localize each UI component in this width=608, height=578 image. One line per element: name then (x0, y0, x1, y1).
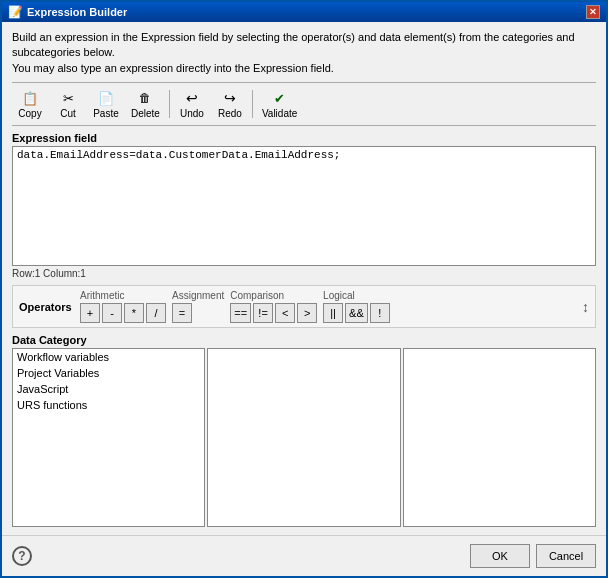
validate-button[interactable]: Validate (257, 86, 302, 122)
data-item-workflow[interactable]: Workflow variables (13, 349, 204, 365)
op-less[interactable]: < (275, 303, 295, 323)
delete-icon (136, 89, 154, 107)
data-item-javascript[interactable]: JavaScript (13, 381, 204, 397)
op-or[interactable]: || (323, 303, 343, 323)
bottom-bar: ? OK Cancel (2, 535, 606, 576)
operators-section: Operators Arithmetic + - * / Assignment … (12, 285, 596, 328)
delete-button[interactable]: Delete (126, 86, 165, 122)
data-category-label: Data Category (12, 334, 596, 346)
data-item-urs[interactable]: URS functions (13, 397, 204, 413)
comparison-label: Comparison (230, 290, 317, 301)
validate-icon (271, 89, 289, 107)
comparison-buttons: == != < > (230, 303, 317, 323)
op-not[interactable]: ! (370, 303, 390, 323)
data-panel-left[interactable]: Workflow variables Project Variables Jav… (12, 348, 205, 527)
description-line1: Build an expression in the Expression fi… (12, 30, 596, 61)
bottom-buttons: OK Cancel (470, 544, 596, 568)
window-title: Expression Builder (27, 6, 127, 18)
delete-label: Delete (131, 108, 160, 119)
expression-builder-window: 📝 Expression Builder ✕ Build an expressi… (0, 0, 608, 578)
op-notequal[interactable]: != (253, 303, 273, 323)
arithmetic-label: Arithmetic (80, 290, 166, 301)
expression-textarea[interactable]: data.EmailAddress=data.CustomerData.Emai… (12, 146, 596, 266)
arithmetic-buttons: + - * / (80, 303, 166, 323)
cut-label: Cut (60, 108, 76, 119)
op-assign[interactable]: = (172, 303, 192, 323)
title-bar: 📝 Expression Builder ✕ (2, 2, 606, 22)
description-text: Build an expression in the Expression fi… (12, 30, 596, 76)
data-category-panels: Workflow variables Project Variables Jav… (12, 348, 596, 527)
copy-icon (21, 89, 39, 107)
logical-buttons: || && ! (323, 303, 390, 323)
window-title-icon: 📝 (8, 5, 23, 19)
redo-button[interactable]: Redo (212, 86, 248, 122)
expression-section: Expression field data.EmailAddress=data.… (12, 132, 596, 279)
redo-label: Redo (218, 108, 242, 119)
op-minus[interactable]: - (102, 303, 122, 323)
data-panel-right[interactable] (403, 348, 596, 527)
cut-icon (59, 89, 77, 107)
op-equal[interactable]: == (230, 303, 251, 323)
data-panel-middle[interactable] (207, 348, 400, 527)
ok-button[interactable]: OK (470, 544, 530, 568)
op-greater[interactable]: > (297, 303, 317, 323)
logical-group: Logical || && ! (323, 290, 390, 323)
validate-label: Validate (262, 108, 297, 119)
op-and[interactable]: && (345, 303, 368, 323)
undo-button[interactable]: Undo (174, 86, 210, 122)
op-divide[interactable]: / (146, 303, 166, 323)
data-item-project[interactable]: Project Variables (13, 365, 204, 381)
arithmetic-group: Arithmetic + - * / (80, 290, 166, 323)
row-col-info: Row:1 Column:1 (12, 268, 596, 279)
close-button[interactable]: ✕ (586, 5, 600, 19)
cancel-button[interactable]: Cancel (536, 544, 596, 568)
cut-button[interactable]: Cut (50, 86, 86, 122)
redo-icon (221, 89, 239, 107)
assignment-buttons: = (172, 303, 224, 323)
logical-label: Logical (323, 290, 390, 301)
refresh-icon[interactable]: ↕ (582, 299, 589, 315)
paste-icon (97, 89, 115, 107)
content-area: Build an expression in the Expression fi… (2, 22, 606, 535)
assignment-label: Assignment (172, 290, 224, 301)
assignment-group: Assignment = (172, 290, 224, 323)
help-button[interactable]: ? (12, 546, 32, 566)
operators-label: Operators (19, 301, 74, 313)
undo-icon (183, 89, 201, 107)
paste-button[interactable]: Paste (88, 86, 124, 122)
comparison-group: Comparison == != < > (230, 290, 317, 323)
toolbar: Copy Cut Paste Delete Undo Redo (12, 82, 596, 126)
op-plus[interactable]: + (80, 303, 100, 323)
paste-label: Paste (93, 108, 119, 119)
description-line2: You may also type an expression directly… (12, 61, 596, 76)
expression-field-label: Expression field (12, 132, 596, 144)
toolbar-separator (169, 90, 170, 118)
undo-label: Undo (180, 108, 204, 119)
copy-label: Copy (18, 108, 41, 119)
toolbar-separator2 (252, 90, 253, 118)
data-category-section: Data Category Workflow variables Project… (12, 334, 596, 527)
op-multiply[interactable]: * (124, 303, 144, 323)
copy-button[interactable]: Copy (12, 86, 48, 122)
